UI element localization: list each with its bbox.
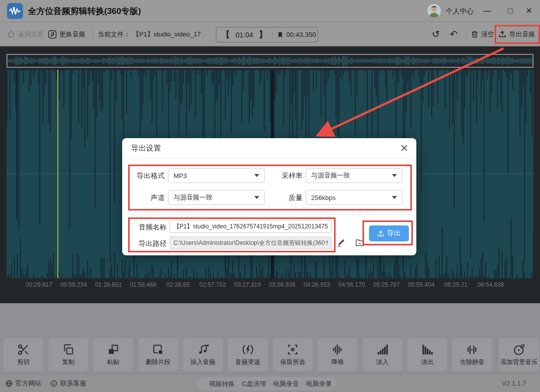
tools-bar: 剪切 复制 粘贴 删除片段 插入音频 音频变速 保留所选 降噪 淡入 淡出 去除… bbox=[0, 332, 540, 374]
divider bbox=[272, 30, 273, 39]
quality-select[interactable]: 256kbps bbox=[306, 190, 402, 205]
timeline-label: 01:58.468 bbox=[130, 281, 156, 288]
samplerate-select[interactable]: 与源音频一致 bbox=[306, 168, 402, 183]
app-logo-icon bbox=[7, 3, 23, 19]
export-path-input[interactable] bbox=[170, 236, 332, 249]
audio-name-label: 音频名称 bbox=[131, 223, 167, 232]
toolbar: 返回主页 更换音频 当前文件：【P1】studio_video_17 【 01:… bbox=[0, 22, 540, 46]
paste-icon bbox=[107, 343, 120, 356]
redo-button[interactable]: ↺ bbox=[432, 22, 440, 46]
bookmark-icon bbox=[277, 31, 284, 39]
chevron-down-icon bbox=[254, 196, 259, 199]
timeline-label: 02:28.85 bbox=[166, 281, 189, 288]
undo-button[interactable]: ↶ bbox=[450, 22, 458, 46]
scissors-icon bbox=[17, 343, 30, 356]
current-file: 当前文件：【P1】studio_video_17 bbox=[98, 22, 201, 46]
speed-icon bbox=[241, 343, 254, 356]
timeline-label: 03:56.936 bbox=[269, 281, 295, 288]
tool-copy[interactable]: 复制 bbox=[48, 338, 88, 371]
dialog-title: 导出设置 bbox=[131, 144, 161, 153]
avatar[interactable] bbox=[427, 4, 441, 17]
denoise-icon bbox=[331, 343, 344, 356]
edit-path-button[interactable] bbox=[336, 238, 346, 247]
quality-label: 质量 bbox=[270, 194, 303, 202]
promo-cdisk-clean[interactable]: C盘清理 bbox=[242, 380, 266, 389]
promo-pill: 视频转换 C盘清理 电脑录音 电脑录屏 bbox=[196, 377, 337, 391]
timeline-label: 01:28.851 bbox=[95, 281, 122, 288]
promo-pc-record-audio[interactable]: 电脑录音 bbox=[273, 380, 299, 389]
globe-icon bbox=[5, 380, 13, 388]
selection-time-box: 【 01:04 】 00:43.350 bbox=[216, 27, 318, 42]
tool-fade-in[interactable]: 淡入 bbox=[362, 338, 402, 371]
remove-silence-icon bbox=[466, 343, 479, 356]
marker-time: 00:43.350 bbox=[286, 31, 316, 38]
audio-name-input[interactable] bbox=[170, 220, 332, 233]
export-button[interactable]: 导出 bbox=[369, 225, 409, 241]
tool-add-bgm[interactable]: 添加背景音乐 bbox=[499, 338, 539, 371]
support-icon bbox=[50, 380, 58, 388]
title-bar: 全方位音频剪辑转换(360专版) 个人中心 — □ ✕ bbox=[0, 0, 540, 22]
tool-insert-audio[interactable]: 插入音频 bbox=[183, 338, 223, 371]
selection-duration: 01:04 bbox=[230, 31, 259, 39]
timeline-label: 06:25.21 bbox=[444, 281, 468, 288]
close-button[interactable]: ✕ bbox=[524, 6, 535, 16]
transport-bar: 00:43.350 / 07:24 开始时间 : : 结束时间 : : bbox=[0, 303, 540, 332]
channel-select[interactable]: 与源音频一致 bbox=[168, 190, 265, 205]
version-label: V2.1.1.7 bbox=[502, 380, 526, 387]
back-home-button[interactable]: 返回主页 bbox=[7, 22, 44, 46]
timeline-label: 02:57.702 bbox=[199, 281, 226, 288]
timeline-label: 00:29.617 bbox=[25, 281, 52, 288]
open-folder-button[interactable] bbox=[355, 238, 364, 247]
tool-fade-out[interactable]: 淡出 bbox=[407, 338, 447, 371]
divider bbox=[122, 214, 416, 214]
promo-pc-record-screen[interactable]: 电脑录屏 bbox=[306, 380, 332, 389]
app-title: 全方位音频剪辑转换(360专版) bbox=[28, 5, 141, 17]
tool-cut[interactable]: 剪切 bbox=[3, 338, 43, 371]
divider bbox=[92, 29, 93, 39]
playhead[interactable] bbox=[57, 70, 58, 278]
folder-icon bbox=[355, 238, 364, 247]
divider bbox=[466, 29, 466, 39]
upload-icon bbox=[498, 30, 507, 38]
contact-support-link[interactable]: 联系客服 bbox=[50, 375, 86, 392]
undo-icon: ↶ bbox=[450, 28, 458, 40]
minimize-button[interactable]: — bbox=[482, 6, 493, 16]
redo-icon: ↺ bbox=[432, 28, 440, 40]
timeline-label: 03:27.319 bbox=[234, 281, 260, 288]
bgm-icon bbox=[513, 343, 526, 356]
tool-keep-selection[interactable]: 保留所选 bbox=[273, 338, 313, 371]
bracket-left[interactable]: 【 bbox=[221, 29, 230, 40]
maximize-button[interactable]: □ bbox=[505, 6, 516, 16]
samplerate-label: 采样率 bbox=[270, 172, 303, 181]
timeline-label: 04:26.553 bbox=[304, 281, 330, 288]
clear-button[interactable]: 清空 bbox=[471, 22, 494, 46]
chevron-down-icon bbox=[254, 174, 259, 177]
bracket-right[interactable]: 】 bbox=[259, 29, 267, 40]
tool-paste[interactable]: 粘贴 bbox=[93, 338, 133, 371]
export-path-label: 导出路径 bbox=[131, 239, 167, 248]
change-audio-button[interactable]: 更换音频 bbox=[48, 22, 85, 46]
tool-remove-silence[interactable]: 去除静音 bbox=[452, 338, 492, 371]
divider bbox=[497, 345, 497, 364]
chevron-down-icon bbox=[392, 174, 397, 177]
tool-denoise[interactable]: 降噪 bbox=[318, 338, 358, 371]
insert-audio-icon bbox=[196, 343, 209, 356]
overview-waveform-canvas[interactable] bbox=[7, 55, 533, 67]
music-note-icon bbox=[48, 30, 57, 39]
fade-out-icon bbox=[421, 343, 434, 356]
overview-strip[interactable] bbox=[6, 54, 534, 68]
export-audio-button[interactable]: 导出音频 bbox=[498, 22, 535, 46]
promo-video-convert[interactable]: 视频转换 bbox=[209, 380, 235, 389]
export-settings-dialog: 导出设置 ✕ 导出格式 MP3 采样率 与源音频一致 声道 与源音频一致 质量 … bbox=[122, 138, 416, 255]
upload-icon bbox=[377, 230, 384, 237]
timeline-label: 05:55.404 bbox=[408, 281, 434, 288]
home-icon bbox=[7, 30, 15, 38]
tool-delete-segment[interactable]: 删除片段 bbox=[138, 338, 178, 371]
official-site-link[interactable]: 官方网站 bbox=[5, 375, 41, 392]
tool-speed[interactable]: 音频变速 bbox=[228, 338, 268, 371]
current-file-name: 【P1】studio_video_17 bbox=[133, 30, 201, 39]
user-center-link[interactable]: 个人中心 bbox=[446, 7, 474, 16]
dialog-close-icon[interactable]: ✕ bbox=[400, 142, 408, 154]
timeline-label: 06:54.638 bbox=[477, 281, 504, 288]
format-select[interactable]: MP3 bbox=[168, 168, 265, 183]
